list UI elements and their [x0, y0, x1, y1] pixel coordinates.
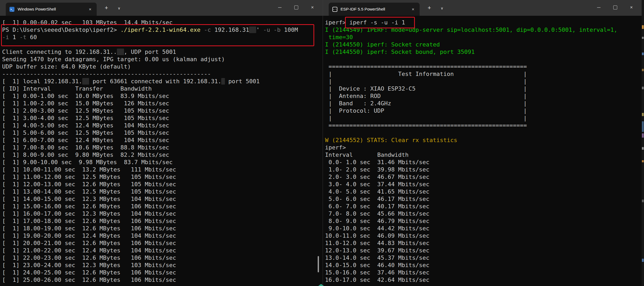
terminal-text: | Test Information | [325, 71, 527, 77]
terminal-line: -i 1 -t 60 [2, 34, 323, 41]
terminal-line [325, 129, 642, 137]
terminal-line: [ 1] local 192.168.31. port 63661 connec… [2, 78, 323, 85]
left-tab-bar[interactable]: >_ Windows PowerShell × + ∨ ─ × [0, 0, 323, 16]
right-tab-bar[interactable]: c:\ ESP-IDF 5.5 PowerShell × + ∨ ─ × [323, 0, 642, 16]
right-terminal-output[interactable]: iperf> iperf -s -u -i 1I (2144549) IPERF… [323, 16, 642, 286]
terminal-line: 16.0-17.0 sec 42.64 Mbits/sec [325, 276, 642, 284]
terminal-line: 4.0- 5.0 sec 41.65 Mbits/sec [325, 188, 642, 195]
tab-close-icon[interactable]: × [87, 7, 93, 12]
terminal-text: 1 [13, 34, 20, 40]
terminal-line: [ 1] 16.00-17.00 sec 12.3 MBytes 104 Mbi… [2, 210, 323, 217]
terminal-text: , UDP port 5001 [124, 49, 176, 55]
new-tab-button[interactable]: + [102, 4, 111, 12]
maximize-icon [613, 6, 617, 9]
terminal-text: port 5001 [225, 78, 260, 85]
terminal-line: 3.0- 4.0 sec 37.44 Mbits/sec [325, 181, 642, 188]
terminal-line: Client connecting to 192.168.31.. , UDP … [2, 48, 323, 56]
close-button[interactable]: × [623, 0, 640, 15]
terminal-text: [ 1] 13.00-14.00 sec 12.5 MBytes 105 Mbi… [2, 188, 176, 195]
tab-windows-powershell[interactable]: >_ Windows PowerShell × [6, 3, 97, 16]
terminal-text: 8.0- 9.0 sec 46.79 Mbits/sec [325, 218, 429, 224]
terminal-text: 10.0-11.0 sec 46.09 Mbits/sec [325, 232, 429, 239]
terminal-text: [ 1] 16.00-17.00 sec 12.3 MBytes 104 Mbi… [2, 210, 176, 217]
redacted-text [221, 78, 225, 85]
terminal-line: Interval Bandwidth [325, 151, 642, 159]
terminal-line: [ 1] 2.00-3.00 sec 12.5 MBytes 105 Mbits… [2, 107, 323, 115]
background-window-sliver [642, 0, 644, 286]
terminal-line: [ 1] 12.00-13.00 sec 12.6 MBytes 105 Mbi… [2, 181, 323, 188]
terminal-text: 11.0-12.0 sec 44.83 Mbits/sec [325, 240, 429, 246]
terminal-text: -b [274, 27, 284, 33]
terminal-text: [ 1] 3.00-4.00 sec 12.5 MBytes 105 Mbits… [2, 115, 169, 121]
terminal-line: ========================================… [325, 63, 642, 70]
terminal-text: 6.0- 7.0 sec 40.17 Mbits/sec [325, 203, 429, 210]
tab-dropdown-icon[interactable]: ∨ [115, 4, 123, 12]
terminal-text: 1.0- 2.0 sec 39.98 Mbits/sec [325, 166, 429, 173]
terminal-line: | Test Information | [325, 70, 642, 78]
terminal-line: 7.0- 8.0 sec 45.66 Mbits/sec [325, 210, 642, 217]
minimize-button[interactable]: ─ [272, 0, 288, 15]
terminal-text: | Device : XIAO ESP32-C5 | [325, 85, 527, 92]
terminal-line: | | [325, 78, 642, 85]
maximize-button[interactable] [607, 0, 623, 15]
terminal-text: [ 1] 0.00-1.00 sec 10.0 MBytes 83.9 Mbit… [2, 93, 169, 99]
terminal-text: ' [256, 27, 263, 33]
terminal-line: W (2144552) STATS: Clear rx statistics [325, 137, 642, 144]
terminal-line: [ 1] 5.00-6.00 sec 12.5 MBytes 105 Mbits… [2, 129, 323, 137]
new-tab-button[interactable]: + [425, 4, 434, 12]
minimize-button[interactable]: ─ [591, 0, 607, 15]
terminal-line: [ 1] 22.00-23.00 sec 12.6 MBytes 106 Mbi… [2, 254, 323, 262]
terminal-text: | Band : 2.4GHz | [325, 100, 527, 107]
terminal-line: [ 1] 4.00-5.00 sec 12.4 MBytes 104 Mbits… [2, 122, 323, 129]
terminal-line: UDP buffer size: 64.0 KByte (default) [2, 63, 323, 70]
terminal-line [2, 41, 323, 48]
tab-close-icon[interactable]: × [410, 7, 416, 12]
terminal-line: | Device : XIAO ESP32-C5 | [325, 85, 642, 92]
terminal-text: [ ID] Interval Transfer Bandwidth [2, 85, 152, 92]
terminal-line: 5.0- 6.0 sec 46.17 Mbits/sec [325, 195, 642, 203]
terminal-line: [ 1] 24.00-25.00 sec 12.6 MBytes 106 Mbi… [2, 269, 323, 276]
terminal-line [325, 56, 642, 63]
terminal-line: ----------------------------------------… [2, 70, 323, 78]
terminal-line: [ 1] 1.00-2.00 sec 15.0 MBytes 126 Mbits… [2, 100, 323, 107]
terminal-text: [ 1] 25.00-26.00 sec 12.6 MBytes 106 Mbi… [2, 277, 176, 283]
terminal-text: I (2144549) IPERF: mode=udp-server sip=l… [325, 27, 617, 33]
redacted-text [82, 78, 89, 85]
terminal-line: time=30 [325, 34, 642, 41]
terminal-line: [ 1] 0.00-1.00 sec 10.0 MBytes 83.9 Mbit… [2, 92, 323, 100]
terminal-text: Interval Bandwidth [325, 152, 409, 158]
terminal-line: 2.0- 3.0 sec 46.67 Mbits/sec [325, 173, 642, 181]
terminal-line: | Protocol: UDP | [325, 107, 642, 115]
terminal-line: [ 1] 15.00-16.00 sec 12.6 MBytes 106 Mbi… [2, 203, 323, 210]
terminal-line: [ 1] 3.00-4.00 sec 12.5 MBytes 105 Mbits… [2, 115, 323, 122]
terminal-text: [ 1] 12.00-13.00 sec 12.6 MBytes 105 Mbi… [2, 181, 176, 188]
terminal-line: [ 1] 7.00-8.00 sec 10.6 MBytes 88.8 Mbit… [2, 144, 323, 151]
terminal-line: | | [325, 115, 642, 122]
tab-esp-idf-powershell[interactable]: c:\ ESP-IDF 5.5 PowerShell × [329, 3, 420, 16]
terminal-text: 4.0- 5.0 sec 41.65 Mbits/sec [325, 188, 429, 195]
terminal-line: [ ID] Interval Transfer Bandwidth [2, 85, 323, 92]
terminal-line: [ 1] 17.00-18.00 sec 12.6 MBytes 106 Mbi… [2, 217, 323, 225]
close-button[interactable]: × [304, 0, 321, 15]
maximize-button[interactable] [288, 0, 304, 15]
terminal-text: [ 1] 10.00-11.00 sec 13.2 MBytes 111 Mbi… [2, 166, 176, 173]
terminal-line: [ 1] 14.00-15.00 sec 12.3 MBytes 104 Mbi… [2, 195, 323, 203]
terminal-line: 13.0-14.0 sec 45.37 Mbits/sec [325, 254, 642, 262]
terminal-line: 6.0- 7.0 sec 40.17 Mbits/sec [325, 203, 642, 210]
terminal-text: I (2144550) iperf: Socket bound, port 35… [325, 49, 475, 55]
terminal-text: W (2144552) STATS: Clear rx statistics [325, 137, 457, 143]
terminal-line: [ 1] 8.00-9.00 sec 9.80 MBytes 82.2 Mbit… [2, 151, 323, 159]
terminal-line: [ 1] 18.00-19.00 sec 12.6 MBytes 106 Mbi… [2, 225, 323, 232]
terminal-line: I (2144550) iperf: Socket bound, port 35… [325, 48, 642, 56]
terminal-line: 10.0-11.0 sec 46.09 Mbits/sec [325, 232, 642, 240]
terminal-line: 11.0-12.0 sec 44.83 Mbits/sec [325, 240, 642, 247]
redacted-text [249, 27, 256, 33]
left-terminal-output[interactable]: [ 1] 0.00-60.02 sec 103 MBytes 14.4 Mbit… [0, 16, 323, 286]
terminal-text: 192.168.31 [214, 27, 249, 33]
tab-dropdown-icon[interactable]: ∨ [438, 4, 446, 12]
window-controls: ─ × [272, 0, 321, 15]
terminal-line: 9.0-10.0 sec 44.42 Mbits/sec [325, 225, 642, 232]
desktop: { "colors": { "tabbar_bg": "#333333", "t… [0, 0, 644, 286]
left-scrollbar-thumb[interactable] [318, 256, 319, 272]
terminal-text: PS D:\Users\seeed\Desktop\iperf2> [2, 27, 120, 33]
